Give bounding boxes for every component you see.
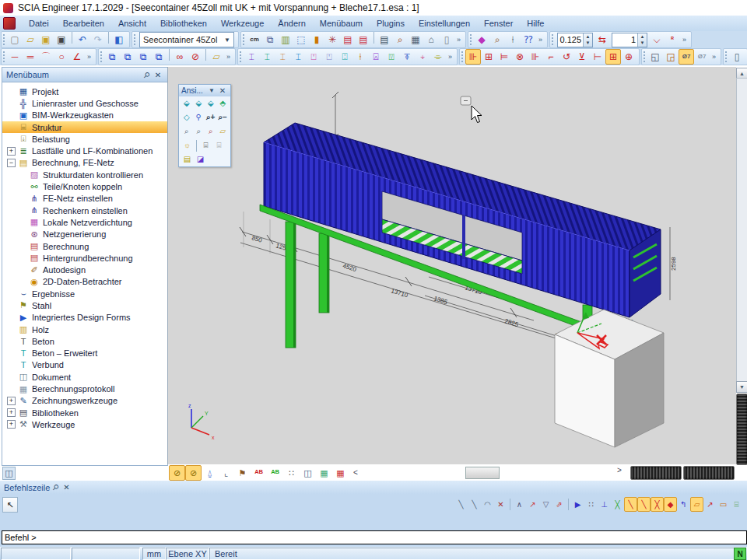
palette-icon[interactable]: ◲: [663, 49, 679, 65]
snap-curve-icon[interactable]: ↰: [677, 497, 690, 512]
sidebar-item-lastfaelle-und-lf-kombinationen[interactable]: +≣Lastfälle und LF-Kombinationen: [2, 145, 167, 156]
expander-minus-icon[interactable]: −: [7, 159, 18, 167]
delete-icon[interactable]: ⊘: [188, 49, 203, 65]
toolbar-overflow-icon[interactable]: »: [536, 33, 545, 46]
scroll-right-icon[interactable]: >: [617, 466, 622, 474]
mesh-refresh-icon[interactable]: ✳: [324, 32, 340, 47]
sidebar-item-berechnung[interactable]: ▤Berechnung: [2, 240, 167, 252]
member-1d-props-icon[interactable]: ⌶: [259, 49, 275, 65]
double-line-icon[interactable]: ═: [23, 49, 38, 65]
snap-midpoint-icon[interactable]: ╲: [624, 497, 637, 512]
toolbar-overflow-icon[interactable]: »: [85, 51, 93, 63]
status-mode-badge[interactable]: N: [734, 548, 746, 560]
hook-icon[interactable]: ⌐: [543, 49, 559, 65]
view-palette[interactable]: Ansi... ▼ ✕ ⬙⬙⬙⬘ ◇⚲⌕+⌕− ⌕⌕⌕▱ ☼⌸⌸ ▤◪: [178, 84, 231, 167]
reinforcement-icon[interactable]: ⊪: [465, 49, 481, 65]
snap-line-icon[interactable]: ╲: [454, 497, 468, 512]
sidebar-item-netzgenerierung[interactable]: ⊛Netzgenerierung: [2, 229, 167, 240]
rotate-roller-horizontal-1[interactable]: [630, 466, 682, 480]
sidebar-item-werkzeuge[interactable]: +⚒Werkzeuge: [2, 418, 167, 430]
sidebar-item-beton[interactable]: TBeton: [2, 335, 167, 347]
view-palette-header[interactable]: Ansi... ▼ ✕: [179, 85, 230, 96]
new-document-icon[interactable]: ▢: [7, 32, 23, 47]
anchor-icon[interactable]: ⊨: [496, 49, 512, 65]
expander-plus-icon[interactable]: +: [7, 147, 18, 156]
clipping-box-icon[interactable]: ▤: [181, 153, 194, 166]
viewport-3d[interactable]: 850 1250 4520 13710 13710 1385 2825 860 …: [167, 67, 736, 464]
net-icon[interactable]: ⊞: [605, 49, 621, 65]
numbering-off-icon[interactable]: Ø7: [694, 49, 710, 65]
copy-icon[interactable]: ⧉: [104, 49, 120, 65]
sidebar-item-autodesign[interactable]: ✐Autodesign: [2, 264, 167, 275]
document-icon[interactable]: ▯: [439, 32, 454, 47]
show-member-labels-icon[interactable]: ᴬᴮ: [267, 465, 283, 481]
walk-through-icon[interactable]: ⚲: [193, 111, 205, 124]
open-project-icon[interactable]: ▱: [23, 32, 38, 47]
project-manager-icon[interactable]: ◧: [111, 32, 127, 47]
sidebar-item-hintergrundberechnung[interactable]: ▤Hintergrundberechnung: [2, 252, 167, 264]
show-mesh-icon[interactable]: ▦: [332, 465, 349, 481]
show-dots-icon[interactable]: ∷: [283, 465, 300, 481]
sidebar-item-verbund[interactable]: TVerbund: [2, 359, 167, 371]
bar-icon[interactable]: ⊪: [528, 49, 543, 65]
undo-icon[interactable]: ↶: [75, 32, 90, 47]
rotate-roller-horizontal-2[interactable]: [683, 466, 735, 480]
expander-plus-icon[interactable]: +: [7, 408, 18, 417]
copy-properties-icon[interactable]: ⧉: [135, 49, 151, 65]
hinge-icon[interactable]: ⌯: [430, 49, 446, 65]
dock-tab-icon[interactable]: ◫: [2, 467, 16, 480]
scroll-left-icon[interactable]: <: [349, 468, 363, 477]
save-icon[interactable]: ▣: [38, 32, 54, 47]
sidebar-item-integriertes-design-forms[interactable]: ▶Integriertes Design Forms: [2, 312, 167, 324]
measure-icon[interactable]: ⍿: [505, 32, 521, 47]
zoom-window-icon[interactable]: ⌕: [181, 125, 193, 138]
view-axo-icon[interactable]: ⬘: [217, 97, 230, 110]
chevron-down-icon[interactable]: ▼: [206, 87, 217, 94]
show-node-labels-icon[interactable]: ᴬᴮ: [251, 465, 267, 481]
snap-point-icon[interactable]: ◆: [664, 497, 677, 512]
snap-ortho-icon[interactable]: ⊥: [598, 497, 611, 512]
rotate-roller-vertical[interactable]: [736, 394, 747, 465]
opening-icon[interactable]: ⍞: [321, 49, 337, 65]
snap-triangle-icon[interactable]: ▽: [539, 497, 552, 512]
print-preview-icon[interactable]: ⌕: [392, 32, 408, 47]
layers-icon[interactable]: ⧉: [262, 32, 278, 47]
show-flags-icon[interactable]: ⚑: [234, 465, 251, 481]
sidebar-item-berechnungsprotokoll[interactable]: ▦Berechnungsprotokoll: [2, 383, 167, 394]
sidebar-item-bibliotheken[interactable]: +▤Bibliotheken: [2, 407, 167, 418]
gallery-icon[interactable]: ▥: [278, 32, 293, 47]
redo-icon[interactable]: ↷: [90, 32, 106, 47]
pin-icon[interactable]: ⚲: [50, 483, 61, 492]
view-y-icon[interactable]: ⬙: [193, 97, 205, 110]
view-cube-icon[interactable]: ◪: [194, 153, 207, 166]
sidebar-item-strukturdaten-kontrollieren[interactable]: ▨Strukturdaten kontrollieren: [2, 169, 167, 180]
snap-settings-icon[interactable]: ⌸: [730, 497, 743, 512]
close-icon[interactable]: ✕: [217, 86, 228, 95]
result-scale-spinbox[interactable]: 1 ▲▼: [612, 33, 647, 47]
beam-icon[interactable]: ⍓: [368, 49, 384, 65]
paste-icon[interactable]: ⧉: [120, 49, 135, 65]
member-info-icon[interactable]: ⁇: [521, 32, 536, 47]
paste-properties-icon[interactable]: ⧉: [151, 49, 167, 65]
snap-node-icon[interactable]: ╲: [637, 497, 651, 512]
chevron-down-icon[interactable]: ▼: [224, 37, 230, 44]
sidebar-item-lokale-netzverdichtung[interactable]: ▦Lokale Netzverdichtung: [2, 216, 167, 228]
project-selector[interactable]: Seecontainer 45Zol ▼: [139, 32, 234, 47]
snap-arc-icon[interactable]: ◠: [481, 497, 494, 512]
zoom-out-icon[interactable]: ⌕−: [217, 111, 230, 124]
clean-icon[interactable]: ◆: [474, 32, 489, 47]
activity-icon[interactable]: ▮: [309, 32, 324, 47]
cross-section-icon[interactable]: ⌶: [290, 49, 306, 65]
sidebar-item-stahl[interactable]: ⚑Stahl: [2, 299, 167, 311]
document-app-icon[interactable]: [3, 17, 16, 30]
scroll-down-icon[interactable]: ▼: [736, 381, 747, 393]
engineering-report-icon[interactable]: ⌂: [423, 32, 439, 47]
sidebar-item-berechnung-fe-netz[interactable]: −▤Berechnung, FE-Netz: [2, 157, 167, 169]
sidebar-item-2d-daten-betrachter[interactable]: ◉2D-Daten-Betrachter: [2, 276, 167, 288]
vertical-scrollbar[interactable]: [736, 78, 747, 383]
sidebar-item-bim-werkzeugkasten[interactable]: ▣BIM-Werkzeugkasten: [2, 110, 167, 121]
menu-men-baum[interactable]: Menübaum: [313, 16, 370, 30]
sidebar-item-fe-netz-einstellen[interactable]: ⋔FE-Netz einstellen: [2, 193, 167, 205]
menu-ansicht[interactable]: Ansicht: [111, 16, 153, 30]
toolbar-overflow-icon[interactable]: »: [710, 51, 718, 63]
